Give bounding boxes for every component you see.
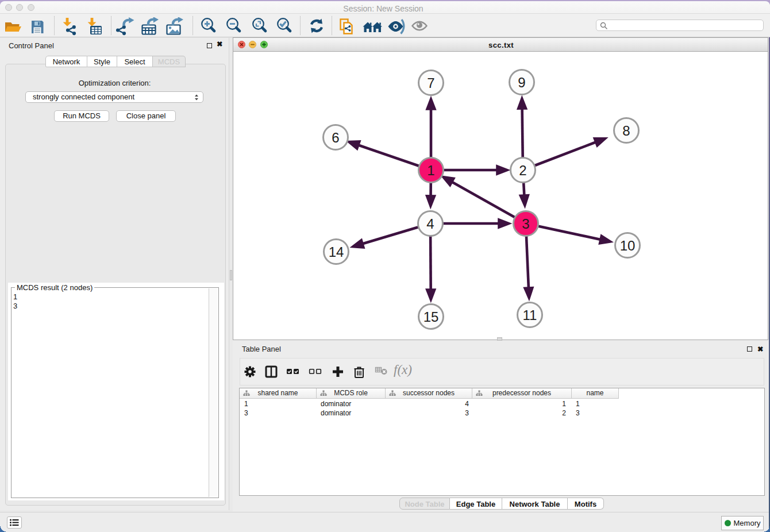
svg-text:11: 11	[523, 307, 537, 323]
svg-text:15: 15	[424, 309, 439, 325]
svg-text:14: 14	[329, 244, 344, 260]
svg-text:10: 10	[620, 238, 636, 253]
svg-text:4: 4	[426, 216, 434, 232]
svg-text:3: 3	[522, 216, 529, 232]
svg-text:6: 6	[332, 130, 339, 145]
svg-text:7: 7	[427, 75, 434, 91]
svg-text:2: 2	[519, 163, 526, 178]
svg-text:1: 1	[427, 163, 434, 178]
svg-text:8: 8	[622, 123, 630, 138]
svg-text:9: 9	[518, 75, 525, 90]
